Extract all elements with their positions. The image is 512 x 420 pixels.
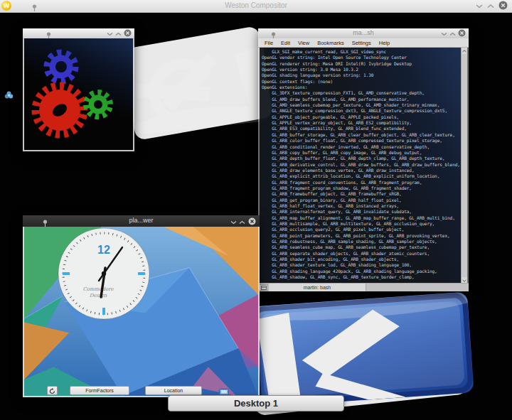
location-button[interactable]: Location [145, 386, 202, 395]
close-button[interactable] [123, 29, 132, 37]
scrollbar[interactable] [461, 48, 467, 284]
launcher-flower-icon[interactable] [4, 90, 14, 103]
maximize-button[interactable] [486, 2, 495, 10]
kde-k-logo [250, 292, 474, 408]
kde-gear-logo-partial [125, 23, 271, 134]
terminal-menubar: File Edit View Bookmarks Settings Help [258, 38, 469, 48]
terminal-viewport[interactable]: GLX_SGI_make_current_read, GLX_SGI_video… [260, 48, 467, 284]
minimize-button[interactable] [474, 2, 484, 10]
weston-desktop: ma...sh File Edit View Bookmarks Setting… [0, 0, 512, 420]
terminal-title: ma...sh [258, 29, 469, 36]
kde-logo-window-top [125, 23, 271, 134]
desktop-label: Desktop 1 [168, 395, 344, 411]
clock-twelve-label: 12 [97, 244, 110, 256]
menu-bookmarks[interactable]: Bookmarks [317, 40, 344, 46]
menu-file[interactable]: File [265, 40, 273, 46]
plasma-window: pla...wer [23, 215, 260, 397]
maximize-button[interactable] [238, 218, 247, 226]
gears-window [23, 28, 134, 151]
maximize-button[interactable] [114, 30, 123, 38]
menu-settings[interactable]: Settings [352, 40, 371, 46]
plasma-desktop-view: 12 Commodore Design FormFactors Location [24, 227, 258, 396]
plasma-title: pla...wer [23, 217, 260, 224]
terminal-window: ma...sh File Edit View Bookmarks Setting… [258, 28, 469, 291]
weston-panel: W Weston Compositor [0, 0, 512, 13]
refresh-button[interactable] [47, 386, 58, 395]
tab-list-icon[interactable] [259, 284, 268, 291]
panel-title: Weston Compositor [0, 1, 512, 9]
close-button[interactable] [457, 29, 466, 37]
menu-view[interactable]: View [298, 40, 309, 46]
gears-viewport [24, 38, 133, 150]
clock-signature-2: Design [90, 293, 107, 298]
terminal-output: GLX_SGI_make_current_read, GLX_SGI_video… [260, 48, 467, 281]
scroll-up-button[interactable] [462, 48, 467, 54]
maximize-button[interactable] [448, 30, 457, 38]
menu-help[interactable]: Help [379, 40, 390, 46]
terminal-tab[interactable]: martin: bash [269, 284, 366, 291]
kde-logo-window-bottom [250, 292, 474, 408]
terminal-tabbar: martin: bash [258, 283, 469, 291]
menu-edit[interactable]: Edit [281, 40, 290, 46]
gears-titlebar[interactable] [23, 28, 134, 39]
plasma-titlebar[interactable]: pla...wer [23, 215, 260, 227]
form-factors-button[interactable]: FormFactors [70, 386, 129, 395]
clock-signature-1: Commodore [82, 286, 114, 292]
terminal-titlebar[interactable]: ma...sh [258, 28, 469, 39]
close-button[interactable] [247, 217, 257, 225]
window-reflection [24, 38, 133, 150]
analog-clock-widget: 12 Commodore Design [41, 227, 155, 326]
close-button[interactable] [498, 1, 508, 9]
